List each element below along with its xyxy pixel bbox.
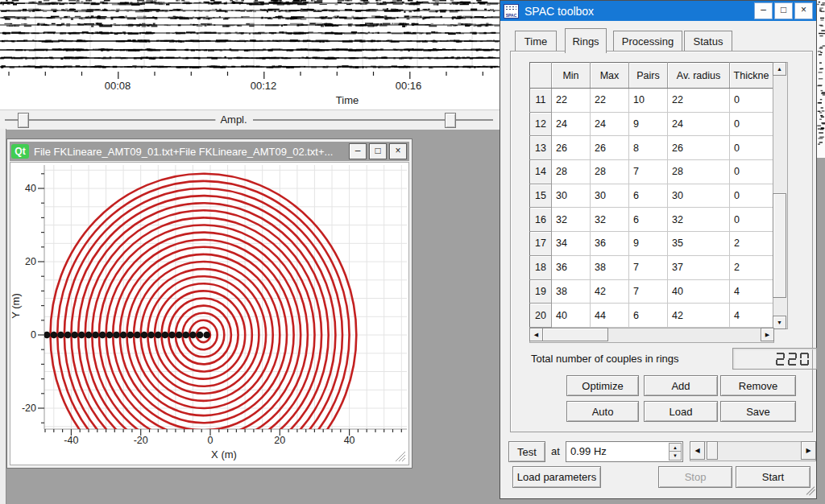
array-plot-svg: -40-200204040200-20X (m)Y (m) <box>10 163 408 463</box>
close-icon[interactable]: × <box>389 143 407 159</box>
table-cell[interactable]: 9 <box>629 112 668 136</box>
stop-button[interactable]: Stop <box>658 466 732 488</box>
spac-titlebar[interactable]: SPAC SPAC toolbox – □ × <box>500 1 816 21</box>
tab-status[interactable]: Status <box>684 31 732 52</box>
table-cell[interactable]: 26 <box>668 136 730 160</box>
resize-grip[interactable] <box>805 485 815 496</box>
load-parameters-button[interactable]: Load parameters <box>512 466 601 488</box>
row-header[interactable]: 17 <box>530 232 552 256</box>
table-cell[interactable]: 2 <box>730 232 773 256</box>
table-cell[interactable]: 28 <box>591 160 629 184</box>
table-cell[interactable]: 42 <box>668 304 730 328</box>
table-cell[interactable]: 36 <box>552 255 591 279</box>
table-cell[interactable]: 32 <box>552 208 591 232</box>
row-header[interactable]: 18 <box>530 255 552 279</box>
table-cell[interactable]: 4 <box>730 304 773 328</box>
maximize-icon[interactable]: □ <box>774 2 793 19</box>
table-cell[interactable]: 36 <box>591 232 629 256</box>
close-icon[interactable]: × <box>794 2 813 19</box>
auto-button[interactable]: Auto <box>566 401 639 422</box>
tab-time[interactable]: Time <box>515 31 557 52</box>
scroll-down-icon[interactable]: ▼ <box>773 316 786 329</box>
save-button[interactable]: Save <box>720 401 796 422</box>
tab-rings[interactable]: Rings <box>565 28 607 53</box>
table-cell[interactable]: 7 <box>629 255 668 279</box>
minimize-icon[interactable]: – <box>754 2 773 19</box>
scroll-right-icon[interactable]: ▶ <box>801 441 816 460</box>
scroll-up-icon[interactable]: ▲ <box>773 62 786 76</box>
table-cell[interactable]: 34 <box>552 232 591 256</box>
table-vertical-scrollbar[interactable]: ▲ ▼ <box>773 62 788 329</box>
row-header[interactable]: 16 <box>530 208 552 232</box>
table-cell[interactable]: 9 <box>629 232 668 256</box>
scroll-thumb[interactable] <box>542 328 608 341</box>
table-horizontal-scrollbar[interactable]: ◀ ▶ <box>529 328 774 343</box>
amplitude-slider-handle-right[interactable] <box>445 113 456 128</box>
scroll-thumb[interactable] <box>707 441 718 460</box>
table-cell[interactable]: 37 <box>668 255 730 279</box>
plot-window-titlebar[interactable]: Qt File FKLineare_AMT09_01.txt+File FKLi… <box>10 142 409 161</box>
start-button[interactable]: Start <box>736 466 810 488</box>
row-header[interactable]: 12 <box>530 112 552 136</box>
row-header[interactable]: 13 <box>530 136 552 160</box>
remove-button[interactable]: Remove <box>720 375 796 396</box>
table-cell[interactable]: 26 <box>552 136 591 160</box>
tab-processing[interactable]: Processing <box>613 31 682 52</box>
scroll-left-icon[interactable]: ◀ <box>690 441 705 460</box>
optimize-button[interactable]: Optimize <box>566 375 639 396</box>
table-cell[interactable]: 22 <box>552 89 591 113</box>
table-cell[interactable]: 38 <box>591 255 629 279</box>
add-button[interactable]: Add <box>644 375 718 396</box>
row-header[interactable]: 11 <box>530 89 552 113</box>
table-cell[interactable]: 42 <box>591 279 629 304</box>
table-cell[interactable]: 28 <box>552 160 591 184</box>
table-cell[interactable]: 32 <box>668 208 730 232</box>
table-cell[interactable]: 2 <box>730 255 773 279</box>
table-cell[interactable]: 4 <box>730 279 773 304</box>
table-cell[interactable]: 35 <box>668 232 730 256</box>
table-cell[interactable]: 24 <box>668 112 730 136</box>
table-cell[interactable]: 30 <box>552 184 591 208</box>
scroll-right-icon[interactable]: ▶ <box>761 328 774 341</box>
table-cell[interactable]: 32 <box>591 208 629 232</box>
table-cell[interactable]: 44 <box>591 304 629 328</box>
spin-down-icon[interactable]: ▼ <box>669 451 682 461</box>
table-cell[interactable]: 0 <box>730 136 773 160</box>
table-cell[interactable]: 6 <box>629 304 668 328</box>
table-cell[interactable]: 38 <box>552 279 591 304</box>
table-cell[interactable]: 7 <box>629 160 668 184</box>
table-cell[interactable]: 40 <box>552 304 591 328</box>
table-cell[interactable]: 6 <box>629 208 668 232</box>
table-cell[interactable]: 22 <box>591 89 629 113</box>
table-cell[interactable]: 22 <box>668 89 730 113</box>
scroll-left-icon[interactable]: ◀ <box>529 328 543 341</box>
maximize-icon[interactable]: □ <box>369 143 387 159</box>
table-cell[interactable]: 0 <box>730 112 773 136</box>
table-cell[interactable]: 0 <box>730 160 773 184</box>
table-cell[interactable]: 8 <box>629 136 668 160</box>
table-cell[interactable]: 0 <box>730 89 773 113</box>
row-header[interactable]: 20 <box>530 304 552 328</box>
table-cell[interactable]: 0 <box>730 208 773 232</box>
test-button[interactable]: Test <box>508 441 545 462</box>
table-cell[interactable]: 24 <box>591 112 629 136</box>
frequency-spinbox[interactable]: 0.99 Hz ▲ ▼ <box>566 441 683 462</box>
table-cell[interactable]: 40 <box>668 279 730 304</box>
load-button[interactable]: Load <box>644 401 718 422</box>
table-cell[interactable]: 7 <box>629 279 668 304</box>
table-cell[interactable]: 6 <box>629 184 668 208</box>
row-header[interactable]: 15 <box>530 184 552 208</box>
table-cell[interactable]: 24 <box>552 112 591 136</box>
row-header[interactable]: 14 <box>530 160 552 184</box>
table-cell[interactable]: 10 <box>629 89 668 113</box>
frequency-scrollbar[interactable]: ◀ ▶ <box>690 441 816 461</box>
minimize-icon[interactable]: – <box>349 143 367 159</box>
scroll-thumb[interactable] <box>773 193 786 298</box>
table-cell[interactable]: 28 <box>668 160 730 184</box>
row-header[interactable]: 19 <box>530 279 552 304</box>
table-cell[interactable]: 0 <box>730 184 773 208</box>
table-cell[interactable]: 30 <box>591 184 629 208</box>
table-cell[interactable]: 26 <box>591 136 629 160</box>
table-cell[interactable]: 30 <box>668 184 730 208</box>
amplitude-slider-handle-left[interactable] <box>18 113 29 128</box>
